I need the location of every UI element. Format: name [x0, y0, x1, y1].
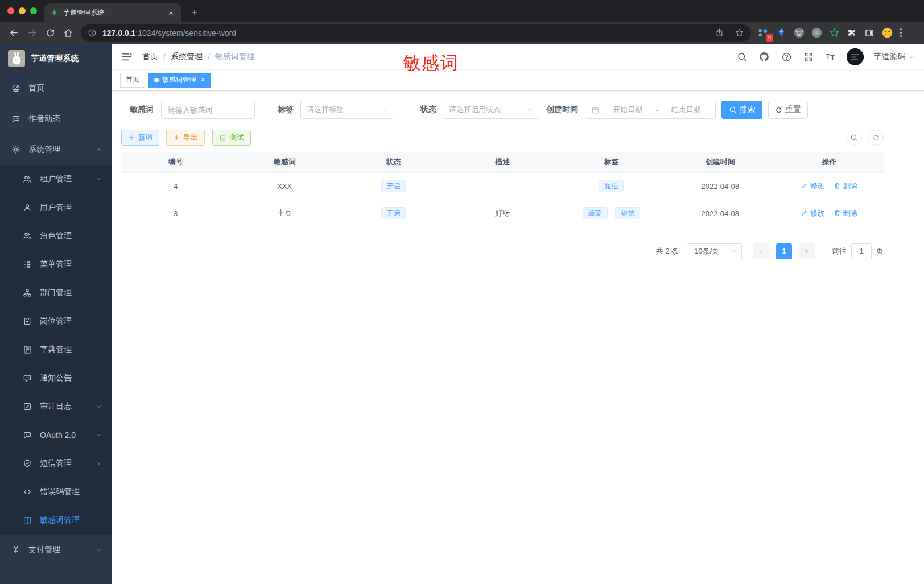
edit-link[interactable]: 修改 [801, 208, 824, 218]
fullscreen-icon[interactable] [802, 51, 815, 63]
sidebar-item-sms-management[interactable]: 短信管理 [0, 449, 112, 478]
page-size-select[interactable]: 10条/页 [687, 243, 742, 259]
id-badge-icon [23, 317, 32, 326]
zoom-window-button[interactable] [30, 7, 37, 14]
tag-sensitive-word[interactable]: 敏感词管理 ✕ [148, 73, 211, 88]
oauth-chat-icon [23, 430, 32, 440]
search-icon[interactable] [736, 51, 748, 63]
breadcrumb-home[interactable]: 首页 [142, 52, 158, 62]
sidebar-item-system-management[interactable]: 系统管理 [0, 134, 112, 165]
prev-page-button[interactable] [753, 243, 769, 259]
bookmark-star-icon[interactable] [735, 28, 744, 38]
new-tab-button[interactable] [188, 6, 201, 19]
tag-home[interactable]: 首页 [120, 73, 145, 88]
font-size-icon[interactable]: TT [824, 51, 837, 63]
user-avatar[interactable] [847, 48, 864, 65]
sidebar-collapse-icon[interactable] [121, 51, 133, 63]
share-icon[interactable] [715, 28, 724, 38]
status-select[interactable]: 请选择启用状态 [443, 101, 539, 119]
col-id: 编号 [121, 152, 230, 172]
cell-created: 2022-04-08 [666, 172, 774, 200]
sidebar-item-menu-management[interactable]: 菜单管理 [0, 250, 112, 279]
sidebar-item-home[interactable]: 首页 [0, 73, 112, 103]
current-page[interactable]: 1 [776, 243, 792, 259]
test-button[interactable]: 测试 [212, 130, 251, 146]
top-navbar: 首页 / 系统管理 / 敏感词管理 TT 芋道源码 [112, 44, 924, 69]
logo-rabbit-avatar [8, 50, 25, 67]
reload-button[interactable] [42, 24, 59, 42]
date-range-picker[interactable]: 开始日期 - 结束日期 [585, 101, 716, 119]
gear-icon [11, 145, 20, 154]
col-word: 敏感词 [230, 152, 339, 172]
forward-button[interactable] [23, 24, 40, 42]
delete-link[interactable]: 删除 [834, 181, 857, 191]
macos-traffic-lights [7, 7, 37, 14]
edit-link[interactable]: 修改 [801, 181, 824, 191]
tab-close-icon[interactable] [166, 8, 175, 17]
profile-avatar[interactable] [880, 26, 894, 40]
reset-button[interactable]: 重置 [768, 101, 808, 119]
sidebar-item-author-news[interactable]: 作者动态 [0, 103, 112, 134]
table-toolbar: 新增 导出 测试 [121, 130, 884, 146]
sidebar-item-notice[interactable]: 通知公告 [0, 364, 112, 392]
search-button[interactable]: 搜索 [721, 101, 762, 119]
next-page-button[interactable] [799, 243, 815, 259]
org-chart-icon [23, 288, 32, 297]
extension-command-icon[interactable] [792, 26, 806, 40]
browser-menu-icon[interactable] [900, 28, 902, 37]
minimize-window-button[interactable] [19, 7, 26, 14]
extension-star-icon[interactable] [827, 26, 841, 40]
delete-link[interactable]: 删除 [834, 208, 857, 218]
extension-grid-icon[interactable]: 9 [757, 26, 770, 40]
status-badge: 开启 [381, 207, 406, 219]
user-menu[interactable]: 芋道源码 [873, 52, 915, 62]
browser-tab-strip: 芋道管理系统 [0, 0, 924, 22]
site-info-icon[interactable] [88, 28, 97, 38]
tag-label: 标签 [278, 105, 294, 115]
extension-record-icon[interactable] [810, 26, 823, 40]
chevron-down-icon [96, 432, 102, 438]
sidebar-item-error-code-management[interactable]: 错误码管理 [0, 478, 112, 506]
yen-icon [11, 545, 20, 554]
col-tags: 标签 [557, 152, 666, 172]
breadcrumb-section[interactable]: 系统管理 [171, 52, 203, 62]
edit-note-icon [23, 402, 32, 411]
sidebar-item-tenant-management[interactable]: 租户管理 [0, 165, 112, 193]
tag-badge: 短信 [599, 180, 624, 192]
sidebar-item-dept-management[interactable]: 部门管理 [0, 279, 112, 307]
back-button[interactable] [5, 24, 22, 42]
sidebar-item-role-management[interactable]: 角色管理 [0, 222, 112, 250]
sidebar-item-audit-log[interactable]: 审计日志 [0, 392, 112, 421]
side-panel-icon[interactable] [863, 26, 876, 40]
table-row: 3 土豆 开启 好呀 蔬菜 短信 2022-04-08 修改 删除 [121, 200, 884, 227]
browser-tab[interactable]: 芋道管理系统 [44, 3, 181, 22]
help-icon[interactable] [780, 51, 793, 63]
table-search-toggle-button[interactable] [846, 130, 862, 146]
cell-word: 土豆 [230, 200, 339, 227]
keyword-input[interactable] [168, 106, 248, 114]
home-button[interactable] [60, 24, 77, 42]
tag-close-icon[interactable]: ✕ [200, 76, 205, 84]
tags-view-bar: 首页 敏感词管理 ✕ [112, 69, 924, 91]
sidebar-item-user-management[interactable]: 用户管理 [0, 193, 112, 222]
github-icon[interactable] [758, 51, 770, 63]
sidebar-item-oauth[interactable]: OAuth 2.0 [0, 421, 112, 449]
cell-tags: 蔬菜 短信 [557, 200, 666, 227]
chevron-down-icon [96, 176, 102, 183]
sidebar-item-sensitive-word-management[interactable]: 敏感词管理 [0, 506, 112, 535]
tag-select[interactable]: 请选择标签 [300, 101, 394, 119]
table-refresh-button[interactable] [868, 130, 884, 146]
sidebar-item-payment-management[interactable]: 支付管理 [0, 535, 112, 565]
goto-page-input[interactable] [851, 243, 872, 259]
col-desc: 描述 [448, 152, 556, 172]
sidebar-logo[interactable]: 芋道管理系统 [0, 44, 112, 73]
extensions-puzzle-icon[interactable] [845, 26, 859, 40]
export-button[interactable]: 导出 [166, 130, 205, 146]
close-window-button[interactable] [7, 7, 14, 14]
sidebar-item-dict-management[interactable]: 字典管理 [0, 336, 112, 364]
extension-gem-icon[interactable] [774, 26, 788, 40]
add-button[interactable]: 新增 [121, 130, 159, 146]
chevron-down-icon [96, 403, 102, 410]
sidebar-item-post-management[interactable]: 岗位管理 [0, 307, 112, 336]
address-bar[interactable]: 127.0.0.1:1024/system/sensitive-word [81, 24, 751, 42]
